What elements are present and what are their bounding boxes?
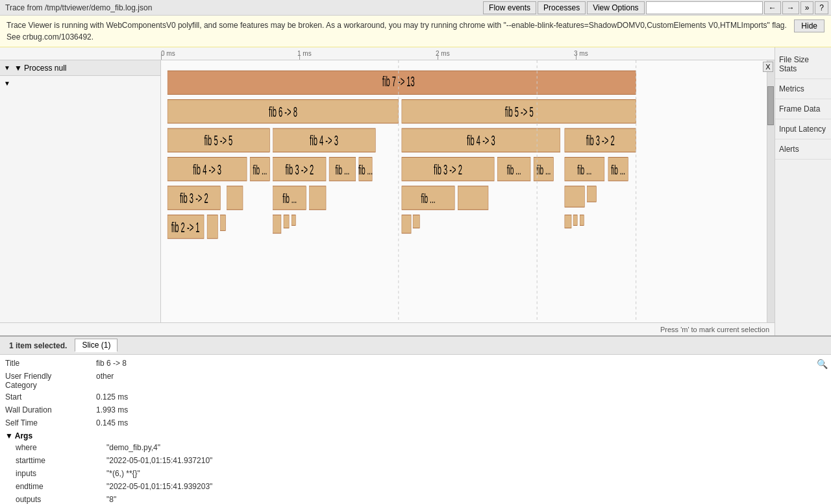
- svg-text:fib 6 -> 8: fib 6 -> 8: [269, 104, 297, 120]
- more-button[interactable]: »: [800, 1, 814, 14]
- status-text: Press 'm' to mark current selection: [660, 326, 769, 333]
- close-button[interactable]: X: [763, 62, 773, 72]
- search-input[interactable]: [646, 1, 763, 14]
- svg-text:fib 3 -> 2: fib 3 -> 2: [285, 162, 314, 178]
- arg-starttime-row: starttime "2022-05-01,01:15:41.937210": [0, 455, 831, 468]
- arg-outputs-row: outputs "8": [0, 494, 831, 504]
- sidebar-item-frame-data[interactable]: Frame Data: [775, 99, 831, 119]
- expand-triangle[interactable]: ▼: [4, 64, 10, 71]
- sidebar-item-alerts[interactable]: Alerts: [775, 139, 831, 160]
- warning-text: Trace Viewer is running with WebComponen…: [6, 19, 788, 43]
- bar-fib-s2[interactable]: [220, 215, 225, 230]
- self-time-value: 0.145 ms: [96, 418, 826, 427]
- magnify-icon[interactable]: 🔍: [817, 359, 826, 368]
- trace-panel: 0 ms 1 ms 2 ms 3 ms ▼ ▼ Process null: [0, 47, 775, 335]
- svg-text:fib 4 -> 3: fib 4 -> 3: [193, 162, 221, 178]
- start-value: 0.125 ms: [96, 392, 826, 402]
- svg-text:fib 3 -> 2: fib 3 -> 2: [434, 162, 462, 178]
- arg-starttime-value: "2022-05-01,01:15:41.937210": [106, 456, 826, 465]
- args-label: ▼ Args: [5, 431, 32, 440]
- svg-text:fib ...: fib ...: [358, 163, 373, 176]
- arg-where-label: where: [16, 443, 106, 452]
- header: Trace from /tmp/ttviewer/demo_fib.log.js…: [0, 0, 831, 16]
- wall-duration-row: Wall Duration 1.993 ms: [0, 404, 831, 417]
- header-title: Trace from /tmp/ttviewer/demo_fib.log.js…: [0, 3, 483, 12]
- arg-inputs-row: inputs "*(6,) **{}": [0, 468, 831, 481]
- title-value: fib 6 -> 8: [96, 359, 813, 368]
- trace-canvas-area[interactable]: X fib 7 -> 13 fib 6 -> 8 fib 5 -> 5 fib …: [161, 60, 775, 322]
- sidebar-item-metrics[interactable]: Metrics: [775, 79, 831, 99]
- selected-count-label: 1 item selected.: [4, 341, 72, 350]
- arg-where-value: "demo_fib.py,4": [106, 443, 826, 452]
- detail-table: Title fib 6 -> 8 🔍 User FriendlyCategory…: [0, 355, 831, 504]
- bar-s3-2[interactable]: [310, 186, 326, 210]
- bar-fr-d2[interactable]: [587, 186, 596, 202]
- ruler-line-1: [299, 54, 300, 60]
- svg-text:fib 4 -> 3: fib 4 -> 3: [310, 132, 338, 149]
- flow-events-button[interactable]: Flow events: [483, 1, 536, 14]
- arg-inputs-value: "*(6,) **{}": [106, 469, 826, 478]
- arg-where-row: where "demo_fib.py,4": [0, 442, 831, 455]
- sidebar-item-input-latency[interactable]: Input Latency: [775, 119, 831, 139]
- arg-outputs-label: outputs: [16, 495, 106, 504]
- start-label: Start: [5, 392, 96, 402]
- process-sublabel: ▼: [0, 76, 160, 90]
- svg-text:fib ...: fib ...: [421, 191, 436, 205]
- arg-inputs-label: inputs: [16, 469, 106, 478]
- svg-text:fib ...: fib ...: [507, 163, 521, 176]
- bottom-panel: 1 item selected. Slice (1) Title fib 6 -…: [0, 335, 831, 504]
- bar-r-s2[interactable]: [458, 186, 488, 210]
- vertical-scrollbar[interactable]: [767, 60, 775, 322]
- warning-banner: Trace Viewer is running with WebComponen…: [0, 16, 831, 47]
- self-time-label: Self Time: [5, 418, 96, 427]
- svg-text:fib ...: fib ...: [577, 163, 591, 176]
- svg-text:fib 3 -> 2: fib 3 -> 2: [180, 190, 208, 206]
- scrollbar-thumb[interactable]: [767, 86, 774, 125]
- slice-tab[interactable]: Slice (1): [75, 339, 118, 352]
- ruler-line-0: [161, 54, 162, 60]
- view-options-button[interactable]: View Options: [587, 1, 644, 14]
- bar-fr-d4[interactable]: [573, 215, 577, 225]
- title-row: Title fib 6 -> 8 🔍: [0, 357, 831, 370]
- bar-detail1[interactable]: [273, 215, 281, 233]
- left-panel: ▼ ▼ Process null ▼: [0, 60, 161, 322]
- hide-button[interactable]: Hide: [794, 19, 825, 32]
- bar-fr-d5[interactable]: [580, 215, 584, 225]
- bar-detail2[interactable]: [284, 215, 289, 228]
- forward-button[interactable]: →: [782, 1, 799, 14]
- bar-detail3[interactable]: [291, 215, 295, 225]
- bar-fib-s1[interactable]: [207, 215, 217, 238]
- title-label: Title: [5, 359, 96, 368]
- help-button[interactable]: ?: [815, 1, 828, 14]
- bar-r-d1[interactable]: [402, 215, 411, 233]
- processes-button[interactable]: Processes: [538, 1, 586, 14]
- ruler-mark-0ms: 0 ms: [161, 50, 175, 57]
- wall-duration-label: Wall Duration: [5, 405, 96, 414]
- sub-triangle[interactable]: ▼: [4, 80, 10, 87]
- trace-svg[interactable]: fib 7 -> 13 fib 6 -> 8 fib 5 -> 5 fib 4 …: [161, 60, 775, 322]
- status-bar: Press 'm' to mark current selection: [0, 322, 775, 335]
- bottom-tabs: 1 item selected. Slice (1): [0, 337, 831, 355]
- start-row: Start 0.125 ms: [0, 391, 831, 404]
- main-area: 0 ms 1 ms 2 ms 3 ms ▼ ▼ Process null: [0, 47, 831, 335]
- category-row: User FriendlyCategory other: [0, 370, 831, 391]
- wall-duration-value: 1.993 ms: [96, 405, 826, 414]
- sidebar-item-file-size[interactable]: File Size Stats: [775, 50, 831, 79]
- svg-text:fib ...: fib ...: [253, 163, 267, 176]
- args-section-header[interactable]: ▼ Args: [0, 430, 831, 442]
- svg-text:fib 5 -> 5: fib 5 -> 5: [505, 104, 534, 120]
- header-buttons: Flow events Processes View Options ← → »…: [483, 1, 831, 14]
- bar-r-d2[interactable]: [413, 215, 419, 228]
- bar-fr-d3[interactable]: [565, 215, 571, 228]
- bar-fr-d1[interactable]: [565, 186, 584, 207]
- svg-text:fib ...: fib ...: [536, 163, 551, 176]
- process-header: ▼ ▼ Process null: [0, 60, 160, 76]
- ruler-inner: 0 ms 1 ms 2 ms 3 ms: [161, 47, 775, 60]
- category-label: User FriendlyCategory: [5, 372, 96, 390]
- arg-endtime-label: endtime: [16, 482, 106, 491]
- svg-text:fib ...: fib ...: [611, 163, 625, 176]
- svg-text:fib 2 -> 1: fib 2 -> 1: [171, 219, 200, 235]
- category-value: other: [96, 372, 826, 381]
- back-button[interactable]: ←: [764, 1, 781, 14]
- bar-fib3-2-b[interactable]: [227, 186, 243, 210]
